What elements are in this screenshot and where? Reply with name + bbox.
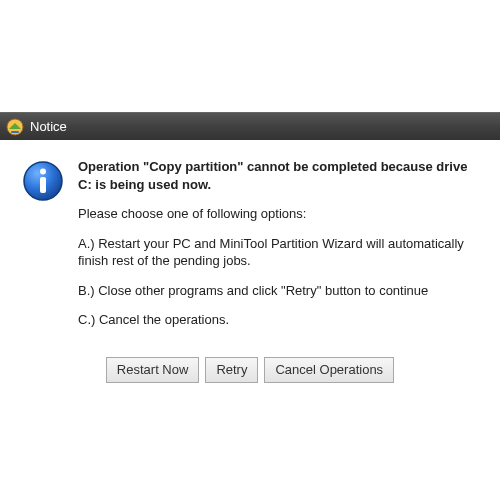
message-intro: Please choose one of following options: xyxy=(78,205,480,223)
message-option-a: A.) Restart your PC and MiniTool Partiti… xyxy=(78,235,480,270)
retry-button[interactable]: Retry xyxy=(205,357,258,383)
window-title: Notice xyxy=(30,119,67,134)
titlebar: Notice xyxy=(0,112,500,140)
message-option-b: B.) Close other programs and click "Retr… xyxy=(78,282,480,300)
svg-point-3 xyxy=(40,169,46,175)
restart-now-button[interactable]: Restart Now xyxy=(106,357,200,383)
app-icon xyxy=(6,118,24,136)
message-headline: Operation "Copy partition" cannot be com… xyxy=(78,158,480,193)
info-icon xyxy=(22,160,64,202)
svg-rect-4 xyxy=(40,177,46,193)
message-option-c: C.) Cancel the operations. xyxy=(78,311,480,329)
button-row: Restart Now Retry Cancel Operations xyxy=(0,351,500,401)
svg-rect-1 xyxy=(11,131,19,133)
cancel-operations-button[interactable]: Cancel Operations xyxy=(264,357,394,383)
dialog-content: Operation "Copy partition" cannot be com… xyxy=(0,140,500,351)
message-body: Operation "Copy partition" cannot be com… xyxy=(78,158,480,341)
